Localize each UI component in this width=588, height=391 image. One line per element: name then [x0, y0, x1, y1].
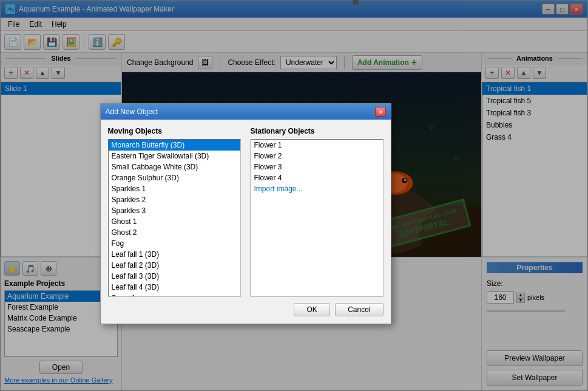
moving-object-item[interactable]: Monarch Butterfly (3D) [109, 140, 240, 151]
stationary-objects-list: Flower 1 Flower 2 Flower 3 Flower 4 Impo… [251, 139, 384, 297]
moving-object-item[interactable]: Leaf fall 3 (3D) [109, 271, 240, 282]
moving-objects-list: Monarch Butterfly (3D) Eastern Tiger Swa… [108, 139, 241, 297]
moving-object-item[interactable]: Sparkles 1 [109, 183, 240, 194]
stationary-object-item[interactable]: Flower 2 [251, 151, 383, 162]
moving-object-item[interactable]: Fog [109, 238, 240, 249]
moving-object-item[interactable]: Orange Sulphur (3D) [109, 172, 240, 183]
moving-object-item[interactable]: Ghost 2 [109, 227, 240, 238]
modal-columns: Moving Objects Monarch Butterfly (3D) Ea… [108, 127, 384, 297]
moving-object-item[interactable]: Small Cabbage White (3D) [109, 162, 240, 172]
moving-objects-column: Moving Objects Monarch Butterfly (3D) Ea… [108, 127, 241, 297]
moving-object-item[interactable]: Ghost 1 [109, 216, 240, 227]
modal-ok-button[interactable]: OK [294, 303, 330, 316]
moving-object-item[interactable]: Leaf fall 4 (3D) [109, 282, 240, 293]
moving-object-item[interactable]: Leaf fall 2 (3D) [109, 260, 240, 271]
stationary-objects-title: Stationary Objects [251, 127, 384, 135]
modal-cancel-button[interactable]: Cancel [335, 303, 383, 316]
modal-close-button[interactable]: ✕ [375, 107, 386, 117]
stationary-object-item[interactable]: Flower 4 [251, 172, 383, 183]
moving-object-item[interactable]: Eastern Tiger Swallowtail (3D) [109, 151, 240, 162]
modal-buttons: OK Cancel [108, 303, 384, 316]
stationary-object-item[interactable]: Flower 3 [251, 162, 383, 172]
stationary-object-item[interactable]: Flower 1 [251, 140, 383, 151]
modal-overlay: Add New Object ✕ Moving Objects Monarch … [0, 0, 588, 391]
stationary-objects-column: Stationary Objects Flower 1 Flower 2 Flo… [251, 127, 384, 297]
moving-object-item[interactable]: Snow 1 [109, 293, 240, 297]
moving-object-item[interactable]: Sparkles 2 [109, 194, 240, 205]
moving-object-item[interactable]: Leaf fall 1 (3D) [109, 249, 240, 260]
moving-object-item[interactable]: Sparkles 3 [109, 205, 240, 216]
modal-title-bar: Add New Object ✕ [101, 104, 391, 120]
modal-title: Add New Object [106, 107, 158, 116]
moving-objects-title: Moving Objects [108, 127, 241, 135]
add-new-object-modal: Add New Object ✕ Moving Objects Monarch … [100, 103, 391, 324]
stationary-object-item[interactable]: Import image... [251, 183, 383, 194]
modal-body: Moving Objects Monarch Butterfly (3D) Ea… [101, 120, 391, 324]
